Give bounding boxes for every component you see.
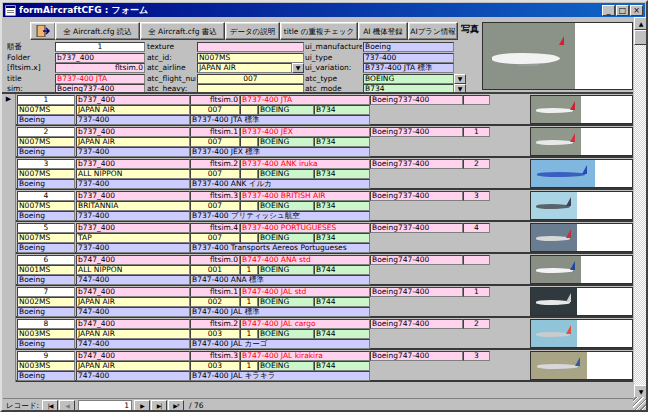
cell-ui-manufacturer[interactable]: Boeing	[17, 371, 75, 381]
cell-folder[interactable]: b747_400	[76, 255, 190, 265]
cell-atc-flight-num[interactable]: 007	[190, 201, 240, 211]
cell-ui-variation[interactable]: B737-400 JEX 標準	[190, 147, 370, 157]
row-photo-frame[interactable]	[530, 95, 633, 124]
cell-atc-type[interactable]: BOEING	[258, 297, 314, 307]
cell-atc-id[interactable]: N003MS	[17, 329, 75, 339]
exit-form-button[interactable]	[30, 22, 56, 40]
cell-title[interactable]: B737-400 PORTUGUESES	[240, 223, 370, 233]
maximize-button[interactable]: □	[616, 5, 629, 16]
cell-atc-heavy[interactable]: 1	[240, 329, 258, 339]
cell-atc-airline[interactable]: JAPAN AIR	[76, 361, 190, 371]
cell-atc-id[interactable]: N001MS	[17, 265, 75, 275]
cell-atc-heavy[interactable]	[240, 169, 258, 179]
cell-junban[interactable]: 6	[17, 255, 75, 265]
cell-atc-airline[interactable]: BRITANNIA	[76, 201, 190, 211]
cell-atc-mode[interactable]: B734	[314, 201, 370, 211]
cell-atc-flight-num[interactable]: 007	[190, 233, 240, 243]
cell-title[interactable]: B737-400 JTA	[240, 95, 370, 105]
vertical-scrollbar[interactable]: ▲ ▼	[634, 17, 648, 398]
minimize-button[interactable]: _	[602, 5, 615, 16]
cell-atc-id[interactable]: N007MS	[17, 105, 75, 115]
cell-atc-airline[interactable]: ALL NIPPON	[76, 265, 190, 275]
next-record-button[interactable]: ▶	[134, 400, 150, 411]
cell-folder[interactable]: b737_400	[76, 223, 190, 233]
cell-ui-manufacturer[interactable]: Boeing	[17, 179, 75, 189]
cell-atc-heavy[interactable]	[240, 105, 258, 115]
cell-atc-mode[interactable]: B744	[314, 329, 370, 339]
field-atc-id[interactable]: N007MS	[197, 53, 304, 63]
cell-atc-heavy[interactable]: 1	[240, 265, 258, 275]
cell-junban[interactable]: 1	[17, 95, 75, 105]
cell-ui-type[interactable]: 737-400	[76, 211, 190, 221]
cell-atc-flight-num[interactable]: 007	[190, 137, 240, 147]
cell-atc-id[interactable]: N002MS	[17, 297, 75, 307]
cell-ui-variation[interactable]: B737-400 JTA 標準	[190, 115, 370, 125]
titlebar[interactable]: formAircraftCFG : フォーム _ □ ×	[3, 3, 645, 17]
record-selector[interactable]: ▶	[2, 222, 16, 254]
cell-atc-flight-num[interactable]: 002	[190, 297, 240, 307]
cell-atc-id[interactable]: N003MS	[17, 361, 75, 371]
cell-texture[interactable]: 2	[463, 159, 490, 169]
cell-junban[interactable]: 5	[17, 223, 75, 233]
resize-grip[interactable]	[633, 397, 646, 410]
atc-type-dropdown-arrow[interactable]: ▼	[454, 74, 466, 84]
cell-fltsim[interactable]: fltsim.1	[190, 127, 240, 137]
row-photo-frame[interactable]	[530, 127, 633, 156]
cell-atc-mode[interactable]: B734	[314, 105, 370, 115]
cell-ui-type[interactable]: 747-400	[76, 275, 190, 285]
row-photo-frame[interactable]	[530, 223, 633, 252]
cell-folder[interactable]: b737_400	[76, 95, 190, 105]
cell-ui-type[interactable]: 737-400	[76, 147, 190, 157]
title-duplicate-check-button[interactable]: title の重複チェック	[280, 22, 358, 40]
cell-atc-heavy[interactable]	[240, 233, 258, 243]
close-button[interactable]: ×	[630, 5, 643, 16]
cell-junban[interactable]: 7	[17, 287, 75, 297]
record-selector[interactable]: ▶	[2, 286, 16, 318]
cell-texture[interactable]: 1	[463, 287, 490, 297]
cell-atc-airline[interactable]: ALL NIPPON	[76, 169, 190, 179]
field-ui-variation[interactable]: B737-400 JTA 標準	[363, 63, 454, 73]
cell-atc-mode[interactable]: B734	[314, 169, 370, 179]
cell-folder[interactable]: b737_400	[76, 191, 190, 201]
cell-atc-id[interactable]: N007MS	[17, 233, 75, 243]
cell-ui-type[interactable]: 737-400	[76, 115, 190, 125]
scrollbar-thumb[interactable]	[634, 30, 648, 45]
cell-atc-mode[interactable]: B744	[314, 297, 370, 307]
cell-ui-manufacturer[interactable]: Boeing	[17, 243, 75, 253]
cell-ui-manufacturer[interactable]: Boeing	[17, 275, 75, 285]
cell-fltsim[interactable]: fltsim.0	[190, 95, 240, 105]
ai-plan-info-button[interactable]: AIプラン情報	[408, 22, 458, 40]
cell-texture[interactable]: 2	[463, 319, 490, 329]
cell-atc-heavy[interactable]	[240, 137, 258, 147]
cell-texture[interactable]: 3	[463, 191, 490, 201]
record-selector[interactable]: ▶	[2, 158, 16, 190]
cell-ui-variation[interactable]: B737-400 ANK イルカ	[190, 179, 370, 189]
cell-atc-flight-num[interactable]: 007	[190, 169, 240, 179]
cell-ui-variation[interactable]: B747-400 ANA 標準	[190, 275, 370, 285]
record-number-input[interactable]: 1	[78, 400, 132, 411]
cell-title[interactable]: B747-400 JAL kirakira	[240, 351, 370, 361]
field-fltsimx[interactable]: fltsim.0	[55, 63, 145, 73]
cell-title[interactable]: B747-400 JAL std	[240, 287, 370, 297]
cell-ui-type[interactable]: 737-400	[76, 243, 190, 253]
cell-sim[interactable]: Boeing737-400	[370, 191, 463, 201]
cell-fltsim[interactable]: fltsim.0	[190, 255, 240, 265]
cell-atc-mode[interactable]: B734	[314, 233, 370, 243]
cell-atc-type[interactable]: BOEING	[258, 265, 314, 275]
cell-folder[interactable]: b747_400	[76, 287, 190, 297]
cell-ui-variation[interactable]: B747-400 JAL 標準	[190, 307, 370, 317]
cell-ui-manufacturer[interactable]: Boeing	[17, 115, 75, 125]
cell-sim[interactable]: Boeing747-400	[370, 287, 463, 297]
cell-atc-heavy[interactable]	[240, 201, 258, 211]
scroll-up-arrow-icon[interactable]: ▲	[634, 17, 648, 30]
cell-folder[interactable]: b737_400	[76, 127, 190, 137]
cell-junban[interactable]: 9	[17, 351, 75, 361]
cell-sim[interactable]: Boeing747-400	[370, 351, 463, 361]
cell-ui-variation[interactable]: B737-400 Transports Aereos Portugueses	[190, 243, 370, 253]
field-ui-manufacturer[interactable]: Boeing	[363, 42, 454, 52]
cell-atc-id[interactable]: N007MS	[17, 137, 75, 147]
field-title[interactable]: B737-400 JTA	[55, 74, 145, 84]
cell-junban[interactable]: 2	[17, 127, 75, 137]
cell-atc-mode[interactable]: B744	[314, 361, 370, 371]
cell-ui-variation[interactable]: B747-400 JAL カーゴ	[190, 339, 370, 349]
